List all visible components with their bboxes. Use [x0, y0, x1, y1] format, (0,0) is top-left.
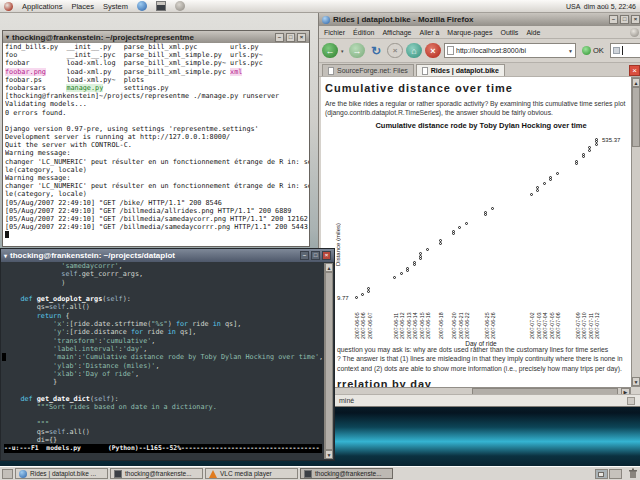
maximize-button[interactable]: □: [311, 251, 320, 260]
discussion-paragraph: question you may ask is: why are dots us…: [337, 345, 629, 373]
x-tick-label: 2007-06-14: [412, 305, 418, 339]
close-tab-icon[interactable]: ×: [629, 65, 640, 76]
time-series-chart: Cumulative distance rode by Toby Dylan H…: [333, 121, 629, 345]
workspace-1[interactable]: [595, 469, 608, 479]
resize-grip[interactable]: [627, 397, 635, 405]
data-point: [543, 182, 546, 185]
task-button-firefox[interactable]: Rides | dataplot.bike ...: [15, 468, 108, 479]
terminal-line: Quit the server with CONTROL-C.: [5, 141, 309, 149]
menu-fichier[interactable]: Fichier: [324, 29, 345, 36]
firefox-window-title: Rides | dataplot.bike - Mozilla Firefox: [333, 15, 473, 24]
data-point: [367, 287, 370, 290]
scroll-up-icon[interactable]: ▲: [325, 263, 333, 272]
terminal-line: 0 errors found.: [5, 109, 309, 117]
terminal-line: 'y':[ride.distance for ride in qs],: [4, 328, 322, 336]
menu-affichage[interactable]: Affichage: [382, 29, 411, 36]
window-menu-icon[interactable]: ▾: [4, 253, 7, 259]
search-input[interactable]: [610, 43, 640, 58]
x-tick-label: 2007-07-04: [542, 305, 548, 339]
minimize-button[interactable]: –: [300, 251, 309, 260]
emacs-cursor: [2, 353, 6, 361]
close-button[interactable]: ×: [631, 15, 640, 24]
terminal-line: def get_date_dict(self):: [4, 395, 322, 403]
close-button[interactable]: ×: [297, 33, 306, 42]
home-icon[interactable]: ⌂: [406, 43, 422, 58]
x-tick-label: 2007-07-10: [581, 305, 587, 339]
search-engine-icon[interactable]: [613, 47, 620, 54]
discussion-line: question you may ask is: why are dots us…: [337, 345, 629, 354]
x-tick-label: 2007-06-11: [393, 305, 399, 339]
task-button-terminal-representme[interactable]: thocking@frankenste...: [110, 468, 203, 479]
maximize-button[interactable]: □: [620, 15, 629, 24]
tab-rides-dataplot[interactable]: Rides | dataplot.bike: [416, 64, 505, 76]
scrollbar-thumb[interactable]: [632, 87, 640, 147]
menu-aide[interactable]: Aide: [526, 29, 540, 36]
terminal-line: 'main':'Cumulative distance rode by Toby…: [4, 353, 322, 361]
go-button[interactable]: OK: [579, 45, 607, 56]
workspace-2[interactable]: [609, 469, 622, 479]
terminal-line: def get_odoplot_args(self):: [4, 295, 322, 303]
firefox-titlebar[interactable]: Rides | dataplot.bike - Mozilla Firefox …: [319, 13, 640, 26]
tab-label: Rides | dataplot.bike: [431, 67, 499, 74]
stop-disabled-icon[interactable]: ×: [387, 43, 403, 58]
data-point: [491, 207, 494, 210]
vertical-scrollbar[interactable]: ▲ ▼: [631, 77, 640, 387]
task-button-terminal-dataplot[interactable]: thocking@frankenste...: [300, 468, 393, 479]
data-point: [556, 172, 559, 175]
terminal-line: Validating models...: [5, 100, 309, 108]
tab-favicon: [422, 67, 428, 75]
terminal2-scrollbar[interactable]: ▲ ▼: [324, 263, 333, 459]
menu-edition[interactable]: Édition: [353, 29, 374, 36]
show-desktop-button[interactable]: [2, 469, 13, 479]
x-tick-label: 2007-07-11: [588, 305, 594, 339]
terminal1-title: thocking@frankenstein: ~/projects/repres…: [12, 33, 194, 42]
reload-icon[interactable]: ↻: [368, 43, 384, 58]
window-menu-icon[interactable]: ▾: [6, 34, 9, 40]
terminal-line: foobar.png load-xml.py parse_bill_xml_si…: [5, 68, 309, 76]
data-point: [484, 211, 487, 214]
maximize-button[interactable]: □: [286, 33, 295, 42]
globe-icon: [19, 470, 27, 478]
x-tick-label: 2007-06-15: [419, 305, 425, 339]
terminal-line: """: [4, 420, 322, 428]
data-point: [355, 296, 358, 299]
go-icon: [582, 46, 591, 55]
scroll-down-icon[interactable]: ▼: [632, 377, 640, 386]
menu-aller-a[interactable]: Aller à: [419, 29, 439, 36]
distro-logo-icon[interactable]: [4, 2, 13, 11]
menu-places[interactable]: Places: [71, 2, 94, 11]
clock[interactable]: USA dim aoû 5, 22:46: [566, 3, 636, 10]
url-bar[interactable]: http://localhost:8000/bi ▼: [444, 43, 576, 58]
data-point: [595, 143, 598, 146]
scrollbar-thumb[interactable]: [325, 272, 333, 450]
tab-sourceforge[interactable]: SourceForge.net: Files: [322, 64, 414, 76]
data-point: [426, 248, 429, 251]
terminal1-output[interactable]: find_bills.py __init__.py parse_bill_xml…: [5, 43, 309, 246]
scroll-up-icon[interactable]: ▲: [632, 78, 640, 87]
terminal1-titlebar[interactable]: ▾ thocking@frankenstein: ~/projects/repr…: [3, 31, 309, 43]
minimize-button[interactable]: –: [609, 15, 618, 24]
close-button[interactable]: ×: [322, 251, 331, 260]
x-tick-label: 2007-06-12: [399, 305, 405, 339]
minimize-button[interactable]: –: [275, 33, 284, 42]
menu-system[interactable]: System: [103, 2, 128, 11]
scroll-down-icon[interactable]: ▼: [325, 450, 333, 459]
trash-icon[interactable]: [628, 465, 638, 480]
terminal2-titlebar[interactable]: ▾ thocking@frankenstein: ~/projects/data…: [1, 249, 334, 262]
stop-icon[interactable]: ×: [425, 43, 441, 58]
menu-applications[interactable]: Applications: [22, 2, 62, 11]
menu-outils[interactable]: Outils: [500, 29, 518, 36]
text-caret: [622, 46, 623, 55]
terminal-launcher-icon[interactable]: [156, 1, 166, 11]
forward-icon[interactable]: →: [349, 43, 365, 58]
task-button-vlc[interactable]: VLC media player: [205, 468, 298, 479]
url-text[interactable]: http://localhost:8000/bi: [456, 47, 566, 54]
y-axis-label: Distance (miles): [335, 171, 341, 266]
emacs-buffer[interactable]: 'samedaycorrr', self.get_corrr_args, ) d…: [4, 262, 322, 443]
back-history-dropdown-icon[interactable]: ▾: [341, 48, 346, 54]
menu-marque-pages[interactable]: Marque-pages: [447, 29, 492, 36]
back-icon[interactable]: ←: [322, 43, 338, 58]
utility-launcher-icon[interactable]: [175, 1, 185, 11]
web-browser-icon[interactable]: [137, 1, 147, 11]
url-dropdown-icon[interactable]: ▼: [568, 48, 573, 54]
